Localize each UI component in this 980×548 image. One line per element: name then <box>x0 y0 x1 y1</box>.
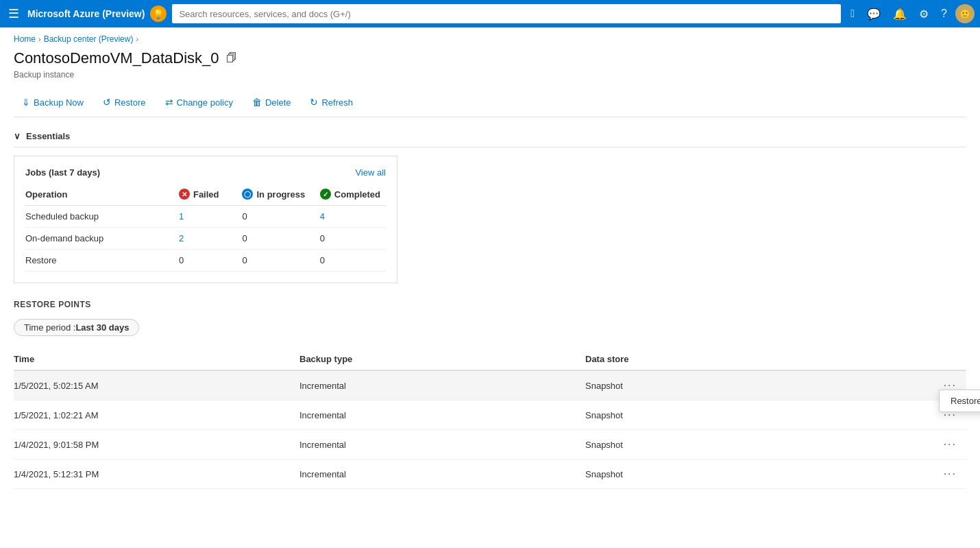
rp-time: 1/4/2021, 9:01:58 PM <box>14 430 299 460</box>
settings-icon[interactable]: ⚙ <box>915 5 933 23</box>
rp-data-store: Snapshot <box>585 430 871 460</box>
jobs-table-row: On-demand backup 2 0 0 <box>25 228 386 250</box>
rp-backup-type: Incremental <box>299 430 585 460</box>
inprogress-status-icon: ◯ <box>242 189 253 200</box>
rp-backup-type: Incremental <box>299 401 585 430</box>
jobs-inprogress: 0 <box>242 228 319 250</box>
jobs-operation: Restore <box>25 250 179 272</box>
jobs-completed: 0 <box>320 250 386 272</box>
restore-points-table-wrapper: Time Backup type Data store 1/5/2021, 5:… <box>14 348 966 489</box>
app-title: Microsoft Azure (Preview) <box>27 8 145 19</box>
rp-action: ··· <box>871 460 966 489</box>
jobs-table-row: Scheduled backup 1 0 4 <box>25 206 386 228</box>
jobs-completed: 4 <box>320 206 386 228</box>
restore-points-table: Time Backup type Data store 1/5/2021, 5:… <box>14 348 966 489</box>
backup-now-button[interactable]: ⇓ Backup Now <box>14 93 92 111</box>
rp-backup-type: Incremental <box>299 370 585 401</box>
main-content: Home › Backup center (Preview) › Contoso… <box>0 27 980 503</box>
time-period-filter[interactable]: Time period : Last 30 days <box>14 319 139 336</box>
topbar: ☰ Microsoft Azure (Preview) 💡 ︎ 💬 🔔 ⚙ ?… <box>0 0 980 27</box>
breadcrumb: Home › Backup center (Preview) › <box>14 34 966 44</box>
completed-count-link[interactable]: 4 <box>320 211 325 222</box>
terminal-icon[interactable]: ︎ <box>846 5 859 23</box>
delete-button[interactable]: 🗑 Delete <box>244 93 299 111</box>
essentials-label: Essentials <box>26 131 70 141</box>
page-header: ContosoDemoVM_DataDisk_0 🗍 <box>14 49 966 67</box>
feedback-icon[interactable]: 💬 <box>863 5 885 23</box>
rp-table-row: 1/4/2021, 9:01:58 PM Incremental Snapsho… <box>14 430 966 460</box>
view-all-link[interactable]: View all <box>355 167 386 178</box>
rp-action: ··· <box>871 430 966 460</box>
col-failed-header: ✕ Failed <box>179 186 243 206</box>
rp-table-row: 1/5/2021, 1:02:21 AM Incremental Snapsho… <box>14 401 966 430</box>
change-policy-button[interactable]: ⇄ Change policy <box>157 93 241 111</box>
jobs-table-row: Restore 0 0 0 <box>25 250 386 272</box>
refresh-label: Refresh <box>321 97 353 108</box>
backup-now-icon: ⇓ <box>22 97 30 108</box>
breadcrumb-parent[interactable]: Backup center (Preview) <box>44 34 134 44</box>
essentials-header[interactable]: ∨ Essentials <box>14 126 966 147</box>
delete-icon: 🗑 <box>252 97 262 108</box>
search-input[interactable] <box>172 4 841 23</box>
notification-bulb[interactable]: 💡 <box>150 5 167 22</box>
more-options-button[interactable]: ··· <box>940 466 961 481</box>
jobs-failed: 1 <box>179 206 243 228</box>
rp-col-store-header: Data store <box>585 348 871 370</box>
breadcrumb-sep-2: › <box>136 35 138 43</box>
jobs-inprogress: 0 <box>242 250 319 272</box>
rp-data-store: Snapshot <box>585 460 871 489</box>
jobs-inprogress: 0 <box>242 206 319 228</box>
rp-data-store: Snapshot <box>585 401 871 430</box>
page-subtitle: Backup instance <box>14 70 966 80</box>
notifications-icon[interactable]: 🔔 <box>889 5 911 23</box>
context-menu-restore[interactable]: Restore <box>940 390 980 412</box>
rp-col-type-header: Backup type <box>299 348 585 370</box>
failed-count-link[interactable]: 1 <box>179 211 184 222</box>
refresh-button[interactable]: ↻ Refresh <box>302 93 361 111</box>
jobs-table: Operation ✕ Failed ◯ In progress <box>25 186 386 272</box>
jobs-header: Jobs (last 7 days) View all <box>25 167 386 178</box>
avatar[interactable]: 🙂 <box>955 4 975 23</box>
time-period-value: Last 30 days <box>75 322 129 333</box>
restore-label: Restore <box>114 97 146 108</box>
essentials-chevron-icon: ∨ <box>14 131 21 141</box>
help-icon[interactable]: ? <box>937 5 951 23</box>
rp-backup-type: Incremental <box>299 460 585 489</box>
time-period-label: Time period : <box>24 322 75 333</box>
change-policy-label: Change policy <box>177 97 233 108</box>
failed-count-link[interactable]: 2 <box>179 233 184 243</box>
jobs-card: Jobs (last 7 days) View all Operation ✕ … <box>14 156 397 283</box>
rp-time: 1/4/2021, 5:12:31 PM <box>14 460 299 489</box>
delete-label: Delete <box>265 97 291 108</box>
page-title: ContosoDemoVM_DataDisk_0 <box>14 49 219 67</box>
rp-table-row: 1/4/2021, 5:12:31 PM Incremental Snapsho… <box>14 460 966 489</box>
more-options-button[interactable]: ··· <box>940 437 961 452</box>
rp-table-row: 1/5/2021, 5:02:15 AM Incremental Snapsho… <box>14 370 966 401</box>
jobs-failed: 0 <box>179 250 243 272</box>
change-policy-icon: ⇄ <box>165 97 173 108</box>
jobs-failed: 2 <box>179 228 243 250</box>
rp-time: 1/5/2021, 5:02:15 AM <box>14 370 299 401</box>
breadcrumb-home[interactable]: Home <box>14 34 36 44</box>
toolbar: ⇓ Backup Now ↺ Restore ⇄ Change policy 🗑… <box>14 88 966 117</box>
copy-icon[interactable]: 🗍 <box>226 52 237 64</box>
menu-icon[interactable]: ☰ <box>5 3 22 24</box>
rp-data-store: Snapshot <box>585 370 871 401</box>
jobs-operation: Scheduled backup <box>25 206 179 228</box>
rp-time: 1/5/2021, 1:02:21 AM <box>14 401 299 430</box>
rp-col-action-header <box>871 348 966 370</box>
completed-status-icon: ✓ <box>320 189 331 200</box>
refresh-icon: ↻ <box>310 97 318 108</box>
jobs-completed: 0 <box>320 228 386 250</box>
col-operation-header: Operation <box>25 186 179 206</box>
rp-col-time-header: Time <box>14 348 299 370</box>
restore-points-section-title: RESTORE POINTS <box>14 300 966 309</box>
col-inprogress-header: ◯ In progress <box>242 186 319 206</box>
jobs-operation: On-demand backup <box>25 228 179 250</box>
jobs-title: Jobs (last 7 days) <box>25 167 100 178</box>
breadcrumb-sep-1: › <box>38 35 41 43</box>
context-menu: Restore <box>939 390 980 412</box>
failed-status-icon: ✕ <box>179 189 190 200</box>
restore-button[interactable]: ↺ Restore <box>95 93 154 111</box>
backup-now-label: Backup Now <box>34 97 84 108</box>
